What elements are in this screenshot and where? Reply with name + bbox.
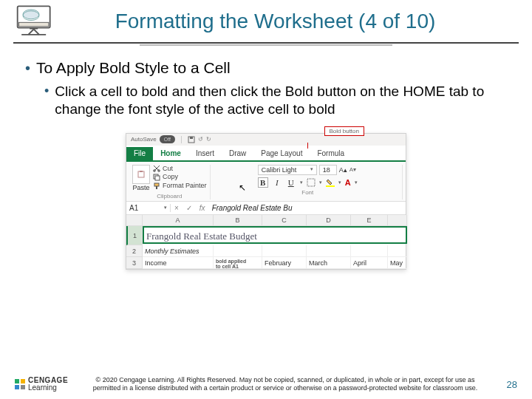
svg-rect-16 xyxy=(154,183,159,186)
copy-button[interactable]: Copy xyxy=(153,173,207,182)
col-header: C xyxy=(262,215,307,226)
tab-draw[interactable]: Draw xyxy=(222,147,253,160)
slide-title: Formatting the Worksheet (4 of 10) xyxy=(63,10,517,33)
cell: March xyxy=(307,257,351,269)
bullet-level-1: • To Apply Bold Style to a Cell xyxy=(25,59,507,77)
save-icon[interactable] xyxy=(188,136,195,143)
brush-icon xyxy=(153,183,160,190)
svg-rect-10 xyxy=(138,171,144,177)
divider xyxy=(13,42,519,44)
svg-rect-4 xyxy=(30,28,38,30)
spreadsheet-grid[interactable]: A B C D E 1 Frangold Real Estate Budget … xyxy=(126,215,406,269)
svg-line-6 xyxy=(28,30,33,35)
bullet-level-2: • Click a cell to bold and then click th… xyxy=(44,83,507,118)
tab-formulas[interactable]: Formula xyxy=(310,147,352,160)
clipboard-icon xyxy=(137,171,145,178)
excel-screenshot: AutoSave Off ↺ ↻ Bold button File Home I… xyxy=(126,133,406,270)
row-header: 3 xyxy=(126,257,143,269)
svg-line-7 xyxy=(34,30,39,35)
clipboard-group-label: Clipboard xyxy=(157,193,182,200)
cancel-icon[interactable]: × xyxy=(171,204,183,212)
col-header: B xyxy=(214,215,262,226)
projector-icon xyxy=(15,4,55,38)
svg-rect-17 xyxy=(156,186,157,189)
col-header: D xyxy=(307,215,351,226)
copyright-text: © 2020 Cengage Learning. All Rights Rese… xyxy=(75,376,495,392)
underline-button[interactable]: U xyxy=(286,177,296,188)
autosave-toggle[interactable]: Off xyxy=(160,135,175,143)
cell: Income xyxy=(143,257,214,269)
font-group-label: Font xyxy=(301,189,313,196)
fill-color-icon[interactable] xyxy=(326,178,335,187)
bold-button[interactable]: B xyxy=(258,177,268,188)
font-size-select[interactable]: 18 xyxy=(319,165,337,175)
cell: May xyxy=(388,257,407,269)
cengage-logo: CENGAGELearning xyxy=(15,374,75,395)
svg-rect-19 xyxy=(326,185,335,187)
cell: April xyxy=(351,257,388,269)
font-color-icon[interactable]: A xyxy=(345,178,351,187)
tab-insert[interactable]: Insert xyxy=(188,147,222,160)
scissors-icon xyxy=(153,165,160,172)
borders-icon[interactable] xyxy=(307,178,316,187)
tab-home[interactable]: Home xyxy=(153,147,188,162)
enter-icon[interactable]: ✓ xyxy=(183,204,196,212)
tab-file[interactable]: File xyxy=(126,147,153,160)
cell: Monthly Estimates xyxy=(143,245,214,257)
paste-button[interactable] xyxy=(132,165,150,184)
cut-button[interactable]: Cut xyxy=(153,165,207,174)
svg-rect-11 xyxy=(140,171,143,172)
increase-font-icon[interactable]: A▴ xyxy=(339,166,347,174)
svg-rect-9 xyxy=(190,137,193,139)
svg-rect-3 xyxy=(19,22,49,27)
col-header: E xyxy=(351,215,388,226)
decrease-font-icon[interactable]: A▾ xyxy=(349,166,356,173)
formula-bar[interactable]: Frangold Real Estate Bu xyxy=(209,204,406,212)
col-header: A xyxy=(143,215,214,226)
cell-a1[interactable]: Frangold Real Estate Budget xyxy=(143,226,407,244)
name-box[interactable]: A1▾ xyxy=(126,204,171,212)
cell: February xyxy=(262,257,307,269)
annotation-bold-applied: bold appliedto cell A1 xyxy=(214,257,262,269)
page-number: 28 xyxy=(495,379,517,390)
format-painter-button[interactable]: Format Painter xyxy=(153,182,207,191)
italic-button[interactable]: I xyxy=(272,177,282,188)
row-header: 2 xyxy=(126,245,143,257)
font-name-select[interactable]: Calibri Light▾ xyxy=(258,165,317,175)
tab-page-layout[interactable]: Page Layout xyxy=(253,147,310,160)
svg-rect-18 xyxy=(307,179,315,186)
svg-rect-15 xyxy=(155,176,160,180)
autosave-label: AutoSave xyxy=(131,136,157,143)
copy-icon xyxy=(153,174,160,181)
bold-button-callout: Bold button xyxy=(324,126,364,136)
row-header: 1 xyxy=(126,226,143,245)
fx-icon[interactable]: fx xyxy=(196,204,209,212)
